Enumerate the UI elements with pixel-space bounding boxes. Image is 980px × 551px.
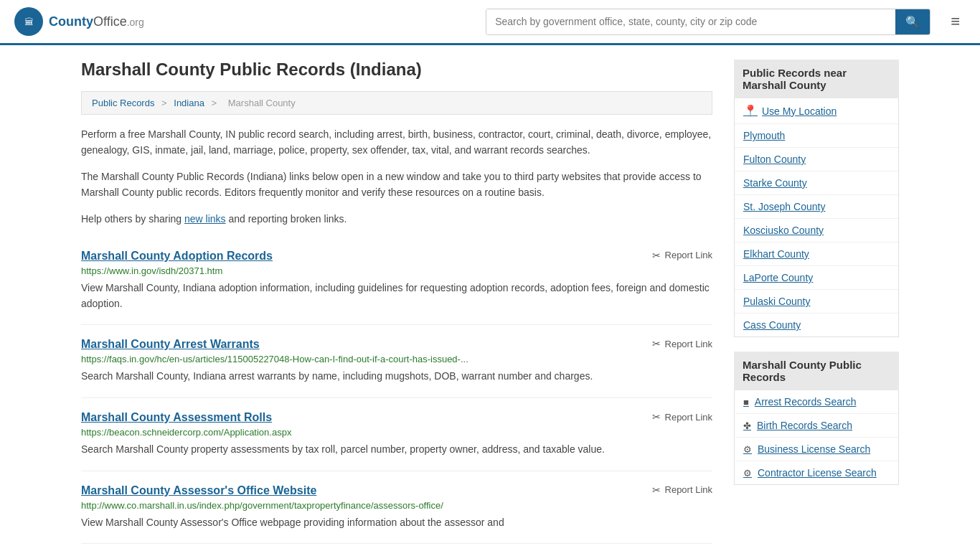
search-icon: 🔍: [905, 16, 920, 28]
records-container: Marshall County Adoption Records ✂ Repor…: [81, 237, 712, 544]
main-container: Marshall County Public Records (Indiana)…: [67, 45, 913, 551]
record-url-0[interactable]: https://www.in.gov/isdh/20371.htm: [81, 265, 712, 276]
sidebar-records-title: Marshall County Public Records: [734, 352, 899, 390]
description-2: The Marshall County Public Records (Indi…: [81, 169, 712, 201]
sidebar-nearby-link-2[interactable]: Starke County: [735, 171, 898, 195]
record-link-label-2: Business License Search: [758, 443, 870, 455]
breadcrumb-public-records[interactable]: Public Records: [92, 98, 154, 108]
record-entry: Marshall County Assessor's Office Websit…: [81, 471, 712, 545]
record-header: Marshall County Assessment Rolls ✂ Repor…: [81, 411, 712, 424]
search-input[interactable]: [486, 9, 895, 34]
header: 🏛 CountyOffice.org 🔍 ≡: [0, 0, 980, 45]
record-header: Marshall County Adoption Records ✂ Repor…: [81, 250, 712, 263]
search-bar: 🔍: [486, 9, 930, 35]
sidebar-record-link-1[interactable]: ✤Birth Records Search: [734, 414, 899, 438]
sidebar: Public Records near Marshall County 📍 Us…: [734, 60, 899, 544]
record-url-1[interactable]: https://faqs.in.gov/hc/en-us/articles/11…: [81, 354, 712, 364]
record-desc-1: Search Marshall County, Indiana arrest w…: [81, 369, 712, 385]
sidebar-record-links: ■Arrest Records Search✤Birth Records Sea…: [734, 390, 899, 485]
sidebar-nearby-link-0[interactable]: Plymouth: [735, 124, 898, 148]
sidebar-record-link-2[interactable]: ⚙Business License Search: [734, 438, 899, 461]
record-url-2[interactable]: https://beacon.schneidercorp.com/Applica…: [81, 427, 712, 438]
record-title-2[interactable]: Marshall County Assessment Rolls: [81, 411, 272, 424]
record-entry: Marshall County Adoption Records ✂ Repor…: [81, 237, 712, 325]
record-header: Marshall County Arrest Warrants ✂ Report…: [81, 338, 712, 351]
record-entry: Marshall County Arrest Warrants ✂ Report…: [81, 325, 712, 398]
page-title: Marshall County Public Records (Indiana): [81, 60, 712, 80]
breadcrumb-marshall-county: Marshall County: [228, 98, 296, 108]
record-desc-0: View Marshall County, Indiana adoption i…: [81, 281, 712, 311]
record-link-icon-1: ✤: [743, 420, 751, 431]
report-link-3[interactable]: ✂ Report Link: [652, 484, 712, 496]
sidebar-nearby-link-7[interactable]: Pulaski County: [735, 290, 898, 314]
logo-text: CountyOffice.org: [49, 14, 144, 29]
record-link-icon-0: ■: [743, 397, 749, 408]
record-header: Marshall County Assessor's Office Websit…: [81, 484, 712, 497]
sidebar-nearby-link-6[interactable]: LaPorte County: [735, 266, 898, 290]
breadcrumb: Public Records > Indiana > Marshall Coun…: [81, 91, 712, 115]
location-icon: 📍: [743, 104, 758, 118]
breadcrumb-sep-2: >: [212, 98, 220, 108]
sidebar-nearby-link-5[interactable]: Elkhart County: [735, 242, 898, 266]
description-1: Perform a free Marshall County, IN publi…: [81, 126, 712, 159]
report-icon-3: ✂: [652, 484, 661, 496]
record-url-3[interactable]: http://www.co.marshall.in.us/index.php/g…: [81, 500, 712, 511]
report-link-2[interactable]: ✂ Report Link: [652, 411, 712, 423]
sidebar-nearby-links: 📍 Use My Location PlymouthFulton CountyS…: [734, 98, 899, 337]
sidebar-record-link-3[interactable]: ⚙Contractor License Search: [734, 461, 899, 485]
sidebar-nearby-section: Public Records near Marshall County 📍 Us…: [734, 60, 899, 337]
description-3-prefix: Help others by sharing: [81, 213, 184, 225]
search-button[interactable]: 🔍: [895, 9, 930, 34]
record-link-label-3: Contractor License Search: [758, 467, 877, 479]
description-3-suffix: and reporting broken links.: [226, 213, 347, 225]
logo-icon: 🏛: [14, 7, 43, 36]
nearby-links-container: PlymouthFulton CountyStarke CountySt. Jo…: [735, 124, 898, 336]
sidebar-nearby-link-4[interactable]: Kosciusko County: [735, 219, 898, 242]
menu-icon[interactable]: ≡: [945, 9, 966, 34]
use-location-label: Use My Location: [762, 105, 837, 117]
record-desc-2: Search Marshall County property assessme…: [81, 442, 712, 458]
record-desc-3: View Marshall County Assessor's Office w…: [81, 515, 712, 531]
svg-text:🏛: 🏛: [24, 17, 34, 27]
content-area: Marshall County Public Records (Indiana)…: [81, 60, 712, 544]
record-link-icon-3: ⚙: [743, 468, 752, 479]
record-title-0[interactable]: Marshall County Adoption Records: [81, 250, 273, 263]
sidebar-nearby-link-1[interactable]: Fulton County: [735, 148, 898, 171]
record-link-label-1: Birth Records Search: [757, 420, 852, 431]
use-location-link[interactable]: 📍 Use My Location: [735, 98, 898, 124]
record-link-icon-2: ⚙: [743, 444, 752, 455]
sidebar-nearby-link-8[interactable]: Cass County: [735, 314, 898, 336]
sidebar-records-section: Marshall County Public Records ■Arrest R…: [734, 352, 899, 485]
report-link-0[interactable]: ✂ Report Link: [652, 250, 712, 261]
sidebar-record-link-0[interactable]: ■Arrest Records Search: [734, 390, 899, 414]
report-icon-1: ✂: [652, 338, 661, 349]
record-title-1[interactable]: Marshall County Arrest Warrants: [81, 338, 260, 351]
sidebar-nearby-link-3[interactable]: St. Joseph County: [735, 195, 898, 219]
record-link-label-0: Arrest Records Search: [755, 396, 857, 408]
breadcrumb-indiana[interactable]: Indiana: [174, 98, 204, 108]
record-entry: Marshall County Assessment Rolls ✂ Repor…: [81, 398, 712, 471]
sidebar-nearby-title: Public Records near Marshall County: [734, 60, 899, 98]
breadcrumb-sep-1: >: [161, 98, 169, 108]
record-title-3[interactable]: Marshall County Assessor's Office Websit…: [81, 484, 316, 497]
logo-link[interactable]: 🏛 CountyOffice.org: [14, 7, 144, 36]
report-icon-0: ✂: [652, 250, 661, 261]
new-links-link[interactable]: new links: [184, 213, 226, 225]
description-3: Help others by sharing new links and rep…: [81, 211, 712, 227]
report-link-1[interactable]: ✂ Report Link: [652, 338, 712, 349]
report-icon-2: ✂: [652, 411, 661, 423]
